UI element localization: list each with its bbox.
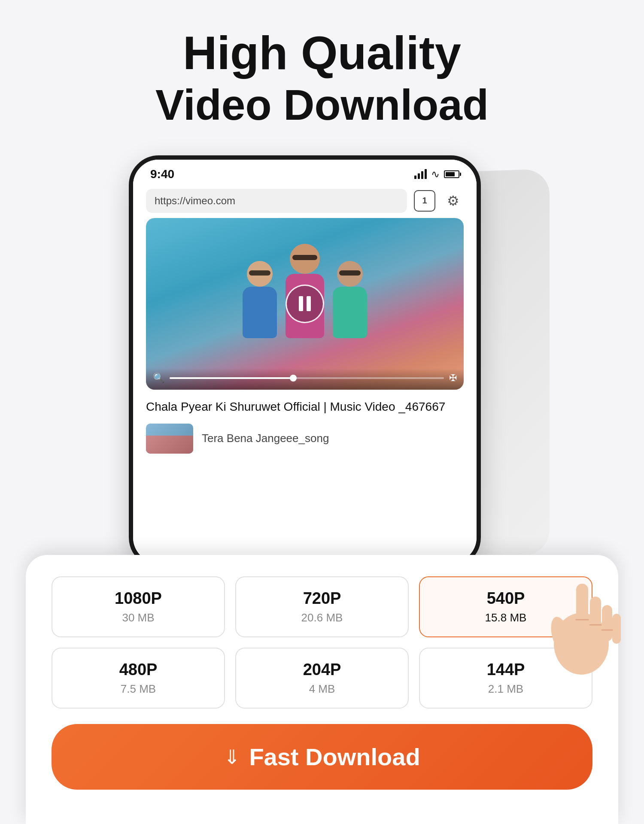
settings-button[interactable]: ⚙ [442,190,464,212]
play-pause-button[interactable] [286,285,324,323]
phone-frame: 9:40 ∿ https://vimeo.com 1 ⚙ [129,155,481,567]
hand-svg [545,566,631,678]
quality-option-1080p[interactable]: 1080P30 MB [52,576,225,637]
signal-icon [414,169,427,179]
quality-option-204p[interactable]: 204P4 MB [235,648,409,709]
title-line2: Video Download [155,80,489,130]
quality-size: 20.6 MB [301,611,343,624]
svg-rect-2 [590,597,601,638]
status-bar: 9:40 ∿ [133,160,477,185]
svg-rect-4 [612,614,621,644]
video-player[interactable]: 🔍 ✠ [146,218,464,390]
quality-size: 2.1 MB [488,682,523,696]
title-line1: High Quality [155,26,489,80]
quality-label: 480P [119,660,158,679]
download-icon: ⇓ [224,745,240,769]
next-video-thumbnail [146,424,193,454]
tab-button[interactable]: 1 [414,190,435,212]
next-video-title: Tera Bena Jangeee_song [202,432,329,445]
url-bar-row: https://vimeo.com 1 ⚙ [133,185,477,218]
status-icons: ∿ [414,168,459,180]
status-time: 9:40 [150,167,174,181]
quality-label: 1080P [115,589,162,608]
quality-label: 204P [303,660,341,679]
fast-download-button[interactable]: ⇓ Fast Download [52,724,592,790]
progress-fill [170,377,293,379]
page-title: High Quality Video Download [155,26,489,130]
quality-size: 30 MB [122,611,154,624]
quality-size: 4 MB [309,682,335,696]
quality-option-480p[interactable]: 480P7.5 MB [52,648,225,709]
svg-rect-3 [602,605,612,641]
hand-cursor [545,566,631,678]
figure-right [333,261,367,338]
wifi-icon: ∿ [431,168,440,180]
quality-label: 144P [487,660,525,679]
fast-download-label: Fast Download [249,743,420,771]
svg-rect-1 [576,584,588,631]
quality-option-720p[interactable]: 720P20.6 MB [235,576,409,637]
video-title: Chala Pyear Ki Shuruwet Official | Music… [133,390,477,419]
quality-size: 7.5 MB [121,682,156,696]
quality-label: 720P [303,589,341,608]
quality-label: 540P [487,589,525,608]
progress-thumb[interactable] [290,375,297,382]
zoom-icon: 🔍 [153,373,164,384]
fullscreen-icon[interactable]: ✠ [449,373,457,384]
video-progress-bar[interactable]: 🔍 ✠ [146,368,464,390]
progress-track[interactable] [170,377,444,379]
battery-icon [444,170,459,178]
download-card: 1080P30 MB720P20.6 MB540P15.8 MB480P7.5 … [26,555,618,824]
figure-left [243,261,277,338]
quality-grid: 1080P30 MB720P20.6 MB540P15.8 MB480P7.5 … [52,576,592,709]
quality-size: 15.8 MB [485,611,527,624]
next-video-row: Tera Bena Jangeee_song [133,419,477,458]
url-bar[interactable]: https://vimeo.com [146,189,407,213]
pause-icon [299,296,311,311]
phone-scene: 9:40 ∿ https://vimeo.com 1 ⚙ [129,155,515,576]
